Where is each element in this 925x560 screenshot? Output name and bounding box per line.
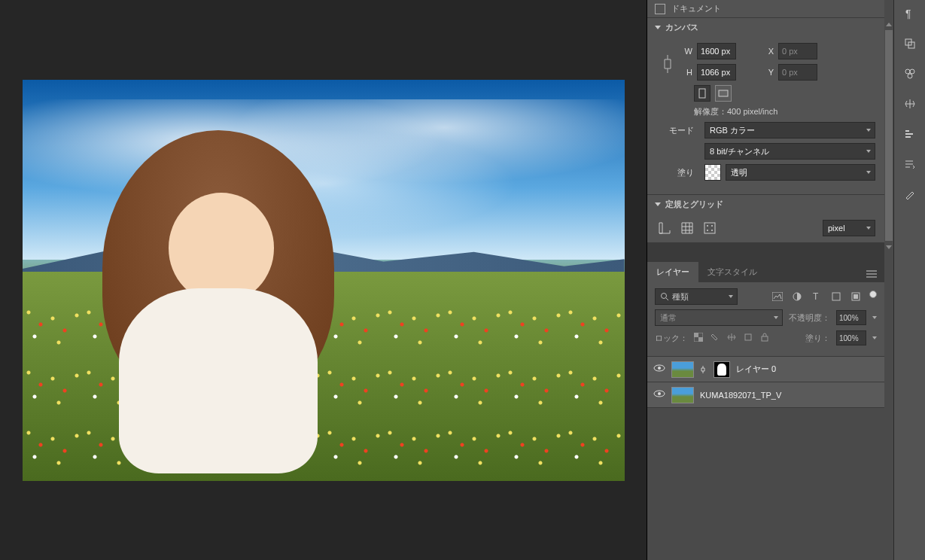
layer-thumbnail[interactable] <box>671 387 694 403</box>
right-toolbar: ¶ <box>893 0 925 560</box>
lock-label: ロック： <box>655 333 688 344</box>
rulers-grid-section: 定規とグリッド pixel <box>647 195 884 243</box>
lock-transparency-icon[interactable] <box>694 333 704 343</box>
paragraph-icon[interactable]: ¶ <box>901 5 919 23</box>
canvas-section-title: カンバス <box>665 22 698 33</box>
opacity-chevron-icon[interactable] <box>872 316 877 319</box>
scrollbar-up-arrow[interactable] <box>886 23 892 26</box>
x-label: X <box>760 47 774 56</box>
search-icon <box>660 292 669 301</box>
svg-rect-8 <box>772 292 783 301</box>
bit-depth-dropdown[interactable]: 8 bit/チャンネル <box>704 143 875 160</box>
canvas-section: カンバス W X <box>647 18 884 195</box>
filter-shape-icon[interactable] <box>830 291 842 303</box>
pixel-grid-icon[interactable] <box>701 220 718 236</box>
fill-chevron-icon[interactable] <box>872 336 877 339</box>
panel-menu-icon[interactable] <box>859 266 884 282</box>
visibility-icon[interactable] <box>653 389 665 401</box>
svg-point-3 <box>707 225 708 227</box>
link-wh-icon[interactable] <box>663 53 672 75</box>
document-icon <box>655 4 665 14</box>
orientation-landscape-button[interactable] <box>715 85 732 102</box>
y-input[interactable] <box>778 64 817 81</box>
filter-adjustment-icon[interactable] <box>791 291 803 303</box>
mode-label: モード <box>656 125 694 136</box>
width-label: W <box>679 47 692 56</box>
layer-name[interactable]: レイヤー 0 <box>736 364 776 375</box>
layer-name[interactable]: KUMA1892071_TP_V <box>700 391 781 400</box>
fill-dropdown[interactable]: 透明 <box>726 164 875 181</box>
opacity-input[interactable] <box>836 310 866 325</box>
rulers-section-header[interactable]: 定規とグリッド <box>647 195 884 214</box>
y-label: Y <box>760 68 774 77</box>
transform-icon[interactable] <box>901 95 919 113</box>
filter-smart-icon[interactable] <box>850 291 862 303</box>
list-arrow-icon[interactable] <box>901 155 919 173</box>
fill-swatch[interactable] <box>704 164 721 181</box>
filter-image-icon[interactable] <box>771 291 784 303</box>
svg-rect-2 <box>704 223 715 233</box>
svg-point-4 <box>711 225 713 227</box>
layer-thumbnail[interactable] <box>671 361 694 378</box>
scrollbar-thumb[interactable] <box>885 30 893 241</box>
layer-row[interactable]: レイヤー 0 <box>647 357 884 382</box>
svg-rect-13 <box>853 294 858 299</box>
panel-tabs: レイヤー 文字スタイル <box>647 261 884 282</box>
canvas[interactable] <box>23 80 625 481</box>
color-mode-dropdown[interactable]: RGB カラー <box>704 122 875 138</box>
tab-text-styles[interactable]: 文字スタイル <box>698 262 766 282</box>
grid-icon[interactable] <box>679 220 695 236</box>
chevron-down-icon <box>655 202 661 206</box>
align-icon[interactable] <box>901 125 919 143</box>
document-title: ドキュメント <box>671 3 721 14</box>
svg-point-25 <box>910 69 914 74</box>
chevron-down-icon <box>655 26 661 29</box>
svg-point-6 <box>711 230 713 231</box>
svg-text:¶: ¶ <box>905 8 911 20</box>
scrollbar-down-arrow[interactable] <box>886 245 892 249</box>
height-input[interactable] <box>697 64 736 81</box>
svg-point-26 <box>908 74 912 78</box>
lock-all-icon[interactable] <box>760 333 771 343</box>
fill-opacity-label: 塗り： <box>805 333 830 344</box>
x-input[interactable] <box>778 43 817 59</box>
svg-rect-15 <box>745 334 751 340</box>
svg-point-20 <box>658 392 661 395</box>
visibility-icon[interactable] <box>653 364 665 376</box>
height-label: H <box>679 68 692 77</box>
svg-text:T: T <box>813 292 819 301</box>
svg-point-7 <box>662 294 667 299</box>
svg-point-5 <box>707 230 708 231</box>
svg-point-24 <box>905 69 910 74</box>
resolution-text: 解像度：400 pixel/inch <box>694 106 777 117</box>
svg-point-18 <box>658 367 661 370</box>
overlap-squares-icon[interactable] <box>901 35 919 53</box>
filter-type-icon[interactable]: T <box>811 291 823 303</box>
fill-label: 塗り <box>656 167 694 178</box>
svg-rect-16 <box>762 336 768 341</box>
cluster-icon[interactable] <box>901 65 919 83</box>
canvas-area[interactable] <box>0 0 647 560</box>
lock-position-icon[interactable] <box>727 333 738 343</box>
rulers-section-title: 定規とグリッド <box>665 199 723 210</box>
document-header[interactable]: ドキュメント <box>647 0 884 18</box>
tab-layers[interactable]: レイヤー <box>647 262 698 282</box>
width-input[interactable] <box>697 43 736 59</box>
fill-opacity-input[interactable] <box>836 330 866 345</box>
orientation-portrait-button[interactable] <box>694 85 710 102</box>
layer-row[interactable]: KUMA1892071_TP_V <box>647 382 884 408</box>
filter-toggle[interactable] <box>869 291 877 298</box>
lock-paint-icon[interactable] <box>710 333 721 343</box>
filter-type-dropdown[interactable]: 種類 <box>655 288 738 305</box>
brush-settings-icon[interactable] <box>901 185 919 203</box>
svg-rect-0 <box>699 89 705 98</box>
canvas-section-header[interactable]: カンバス <box>647 18 884 37</box>
blend-mode-dropdown[interactable]: 通常 <box>655 309 783 326</box>
layer-mask-thumbnail[interactable] <box>714 361 730 378</box>
opacity-label: 不透明度： <box>789 312 830 324</box>
ruler-icon[interactable] <box>656 220 673 236</box>
mask-link-icon[interactable] <box>700 364 707 375</box>
layers-list: レイヤー 0 KUMA1892071_TP_V <box>647 357 884 560</box>
lock-artboard-icon[interactable] <box>744 333 754 343</box>
unit-dropdown[interactable]: pixel <box>823 220 875 236</box>
